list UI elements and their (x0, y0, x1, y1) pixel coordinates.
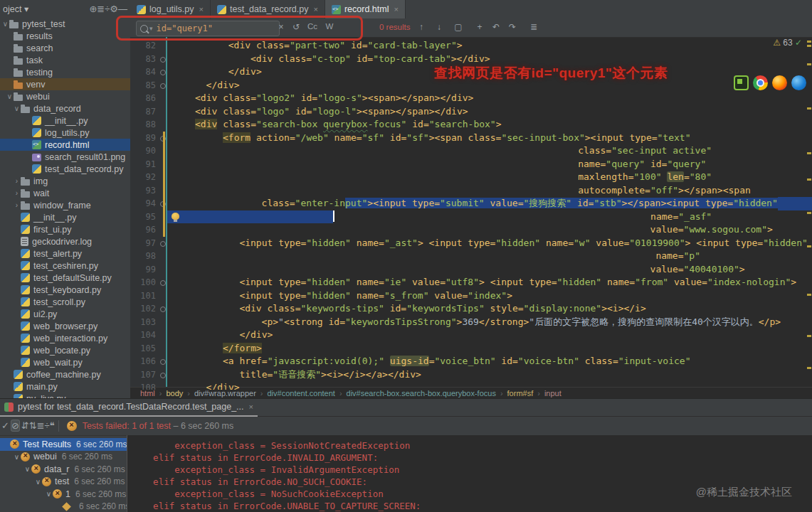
show-passed-toggle[interactable]: ✓ (1, 420, 9, 431)
project-tree-item-ui2.py[interactable]: ui2.py (0, 308, 130, 320)
fold-marker[interactable] (158, 302, 167, 316)
fold-marker[interactable] (158, 276, 167, 289)
next-occurrence-icon[interactable]: ↓ (433, 22, 445, 32)
code-line-108[interactable]: 108</div> (130, 381, 812, 390)
project-tree-item-coffee_machine.py[interactable]: coffee_machine.py (0, 368, 130, 380)
fold-marker[interactable] (158, 355, 167, 368)
project-tree-item-web_interaction.py[interactable]: web_interaction.py (0, 332, 130, 344)
clear-search-icon[interactable]: × (275, 22, 288, 32)
inspections-widget[interactable]: ⚠ 63 ✓ (773, 38, 802, 48)
chevron-icon[interactable]: ∨ (13, 453, 21, 461)
code-line-101[interactable]: 101<input type="hidden" name="s_from" va… (130, 289, 812, 303)
test-tree-item-data_r[interactable]: ∨data_r6 sec 260 ms (0, 463, 127, 476)
project-tree-item-data_record[interactable]: ∨data_record (0, 102, 130, 114)
project-tree-item-record.html[interactable]: record.html (0, 139, 130, 151)
edge-icon[interactable] (791, 75, 806, 90)
close-icon[interactable]: × (199, 5, 204, 14)
code-line-97[interactable]: 97<input type="hidden" name="_ast"> <inp… (130, 237, 812, 250)
add-occurrence-icon[interactable]: + (473, 22, 486, 32)
code-line-88[interactable]: 88<div class="search-box querybox-focus"… (130, 118, 812, 132)
project-tree-item-window_frame[interactable]: ›window_frame (0, 199, 130, 211)
chevron-icon[interactable]: ∨ (6, 92, 14, 100)
code-line-107[interactable]: 107title="语音搜索"><i></i></a></div> (130, 368, 812, 382)
select-all-occurrences-icon[interactable]: ▢ (452, 22, 465, 32)
stripe-mark[interactable] (807, 63, 811, 65)
code-line-90[interactable]: 90class="sec-input active" (130, 144, 812, 158)
fold-marker[interactable] (158, 53, 167, 66)
project-tree-item-test_defaultSuite.py[interactable]: test_defaultSuite.py (0, 272, 130, 284)
code-line-102[interactable]: 102<div class="keywords-tips" id="keywor… (130, 302, 812, 316)
undo-icon[interactable]: ↶ (490, 22, 502, 32)
fold-marker[interactable] (158, 237, 167, 250)
fold-marker[interactable] (158, 79, 167, 92)
close-icon[interactable]: × (313, 5, 317, 14)
stripe-mark[interactable] (807, 45, 811, 47)
project-tree-item-py_live.py[interactable]: py_live.py (0, 393, 130, 398)
stripe-mark[interactable] (807, 335, 811, 337)
chevron-icon[interactable]: ∨ (1, 20, 9, 28)
code-line-96[interactable]: 96value="www.sogou.com"> (130, 223, 812, 237)
code-line-100[interactable]: 100<input type="hidden" name="ie" value=… (130, 276, 812, 289)
chevron-icon[interactable]: › (13, 201, 21, 209)
project-tree-item-web_browser.py[interactable]: web_browser.py (0, 320, 130, 332)
code-line-89[interactable]: 89<form action="/web" name="sf" id="sf">… (130, 132, 812, 145)
project-tree-item-web_wait.py[interactable]: web_wait.py (0, 356, 130, 368)
code-line-91[interactable]: 91name="query" id="query" (130, 158, 812, 171)
hide-icon[interactable]: — (118, 4, 127, 14)
filter-lines-icon[interactable]: ≣ (527, 22, 540, 32)
project-tree-item-first_ui.py[interactable]: first_ui.py (0, 223, 130, 235)
breadcrumb-item-div#wrap.wrapper[interactable]: div#wrap.wrapper (194, 389, 256, 398)
breadcrumb-item-input[interactable]: input (544, 389, 561, 398)
redo-icon[interactable]: ↷ (506, 22, 519, 32)
test-console[interactable]: exception_class = SessionNotCreatedExcep… (127, 435, 812, 512)
code-line-92[interactable]: 92maxlength="100" len="80" (130, 171, 812, 184)
code-line-106[interactable]: 106<a href="javascript:void(0);" uigs-id… (130, 355, 812, 368)
stripe-mark[interactable] (807, 294, 811, 296)
prev-occurrence-icon[interactable]: ↑ (415, 22, 428, 32)
test-tree-item-Test Results[interactable]: Test Results6 sec 260 ms (0, 438, 127, 451)
project-tree-item-test_keyboard.py[interactable]: test_keyboard.py (0, 284, 130, 296)
project-dropdown[interactable]: oject ▾ (3, 4, 28, 14)
match-case-toggle[interactable]: Cc (306, 22, 319, 31)
code-line-95[interactable]: 95name="_asf" (130, 210, 812, 224)
code-line-87[interactable]: 87<div class="logo" id="logo-l"><span></… (130, 105, 812, 119)
tab-log_utils.py[interactable]: log_utils.py× (130, 0, 211, 18)
close-icon[interactable]: × (249, 402, 253, 411)
tab-record.html[interactable]: record.html× (325, 0, 406, 18)
stripe-mark[interactable] (807, 245, 811, 247)
project-tree-item-testing[interactable]: testing (0, 66, 130, 78)
project-tree-item-webui[interactable]: ∨webui (0, 90, 130, 102)
project-tree-item-__init__.py[interactable]: __init__.py (0, 114, 130, 127)
collapse-all-icon[interactable]: ÷ (45, 420, 50, 431)
project-tree-item-venv[interactable]: venv (0, 78, 130, 90)
tab-test_data_record.py[interactable]: test_data_record.py× (211, 0, 325, 18)
project-tree-item-search_result01.png[interactable]: search_result01.png (0, 151, 130, 163)
close-icon[interactable]: × (394, 5, 398, 14)
chevron-icon[interactable]: ∨ (34, 478, 42, 486)
project-tree-item-log_utils.py[interactable]: log_utils.py (0, 127, 130, 139)
builtin-preview-icon[interactable] (734, 75, 749, 90)
scroll-from-source-icon[interactable]: ≣ (97, 4, 105, 14)
code-line-105[interactable]: 105</form> (130, 342, 812, 356)
sort-by-duration-icon[interactable]: ⇅ (29, 420, 37, 431)
breadcrumb-item-html[interactable]: html (140, 389, 155, 398)
project-tree-item-task[interactable]: task (0, 54, 130, 66)
chevron-icon[interactable]: ∨ (23, 465, 31, 473)
words-toggle[interactable]: W (323, 22, 336, 31)
breadcrumb-item-div#content.content[interactable]: div#content.content (267, 389, 334, 398)
chevron-icon[interactable]: ∨ (13, 105, 21, 112)
project-tree-item-main.py[interactable]: main.py (0, 380, 130, 393)
stripe-mark[interactable] (807, 367, 811, 369)
code-line-104[interactable]: 104</div> (130, 329, 812, 342)
project-tree-item-search[interactable]: search (0, 42, 130, 54)
test-tree-item-1[interactable]: ∨16 sec 260 ms (0, 488, 127, 501)
firefox-icon[interactable] (772, 75, 787, 90)
project-tree-item-test_alert.py[interactable]: test_alert.py (0, 247, 130, 260)
project-tree-item-results[interactable]: results (0, 30, 130, 42)
settings-icon[interactable]: ⚙ (110, 4, 118, 14)
project-tree-item-test_scroll.py[interactable]: test_scroll.py (0, 296, 130, 308)
breadcrumb-item-body[interactable]: body (166, 389, 183, 398)
stripe-mark[interactable] (807, 41, 811, 43)
project-tree-item-web_locate.py[interactable]: web_locate.py (0, 344, 130, 356)
test-tree-item-webui[interactable]: ∨webui6 sec 260 ms (0, 451, 127, 464)
